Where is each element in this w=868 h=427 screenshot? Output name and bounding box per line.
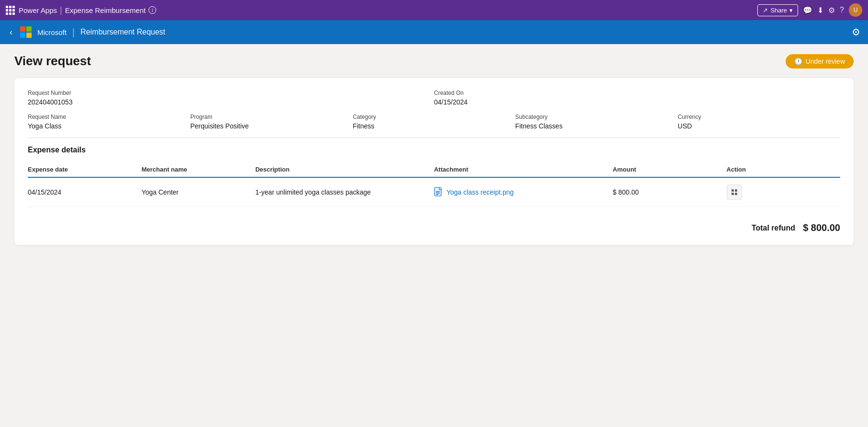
page-title: View request [14,54,91,69]
svg-rect-1 [436,191,440,192]
user-avatar[interactable]: U [849,3,862,17]
microsoft-brand: Microsoft [37,28,67,36]
top-navbar: Power Apps | Expense Reimbursement i ↗ S… [0,0,868,20]
col-header-amount: Amount [613,162,726,177]
app-name-label: Reimbursement Request [80,28,165,36]
cell-action [727,177,840,207]
page-header: View request 🕐 Under review [14,54,854,69]
second-navbar: ‹ Microsoft | Reimbursement Request ⚙ [0,20,868,44]
svg-rect-6 [731,193,734,195]
col-header-action: Action [727,162,840,177]
expense-details-title: Expense details [28,146,840,154]
cell-amount: $ 800.00 [613,177,726,207]
page-name-label: Expense Reimbursement [65,6,146,14]
table-header-row: Expense date Merchant name Description A… [28,162,840,177]
cell-attachment: Yoga class receipt.png [434,177,613,207]
section-divider [28,138,840,138]
back-button[interactable]: ‹ [8,25,14,39]
program-cell: Program Perquisites Positive [190,114,353,130]
status-badge: 🕐 Under review [786,54,854,69]
category-label: Category [353,114,505,120]
request-card: Request Number 202404001053 Created On 0… [14,78,854,245]
powerapps-label: Power Apps [19,6,57,14]
waffle-menu-icon[interactable] [6,6,15,15]
help-icon[interactable]: ? [840,6,844,14]
request-number-cell: Request Number 202404001053 [28,90,434,106]
subcategory-cell: Subcategory Fitness Classes [515,114,678,130]
share-chevron-icon: ▾ [789,7,793,14]
request-name-cell: Request Name Yoga Class [28,114,190,130]
request-number-value: 202404001053 [28,98,424,106]
nav-settings-icon[interactable]: ⚙ [852,26,860,38]
svg-rect-7 [735,193,737,195]
status-label: Under review [806,58,845,65]
program-value: Perquisites Positive [190,122,343,130]
currency-label: Currency [678,114,831,120]
total-label: Total refund [752,224,795,232]
cell-date: 04/15/2024 [28,177,141,207]
request-name-value: Yoga Class [28,122,181,130]
svg-rect-4 [731,189,734,192]
svg-rect-2 [436,193,440,194]
total-row: Total refund $ 800.00 [28,219,840,233]
title-separator: | [60,5,62,15]
action-button[interactable] [727,185,742,200]
app-title-bar: Power Apps | Expense Reimbursement i [19,5,156,15]
svg-rect-5 [735,189,737,192]
share-icon: ↗ [763,7,768,14]
cell-description: 1-year unlimited yoga classes package [255,177,434,207]
action-icon [731,189,738,196]
subcategory-value: Fitness Classes [515,122,668,130]
col-header-description: Description [255,162,434,177]
info-icon[interactable]: i [148,6,156,14]
download-icon[interactable]: ⬇ [817,6,823,15]
category-cell: Category Fitness [353,114,515,130]
share-button[interactable]: ↗ Share ▾ [757,4,798,16]
expense-table: Expense date Merchant name Description A… [28,162,840,207]
currency-cell: Currency USD [678,114,840,130]
request-name-label: Request Name [28,114,181,120]
col-header-attachment: Attachment [434,162,613,177]
cell-merchant: Yoga Center [141,177,255,207]
subcategory-label: Subcategory [515,114,668,120]
attachment-link[interactable]: Yoga class receipt.png [434,187,607,197]
attachment-name: Yoga class receipt.png [446,188,514,196]
chat-icon[interactable]: 💬 [803,6,812,15]
currency-value: USD [678,122,831,130]
nav-separator: | [72,27,75,38]
main-content: View request 🕐 Under review Request Numb… [0,44,868,427]
program-label: Program [190,114,343,120]
created-on-label: Created On [434,90,831,96]
microsoft-logo [20,26,32,38]
clock-icon: 🕐 [794,58,802,65]
request-details-row: Request Name Yoga Class Program Perquisi… [28,114,840,130]
request-number-label: Request Number [28,90,424,96]
category-value: Fitness [353,122,505,130]
created-on-cell: Created On 04/15/2024 [434,90,840,106]
table-row: 04/15/2024 Yoga Center 1-year unlimited … [28,177,840,207]
settings-icon[interactable]: ⚙ [828,6,835,15]
col-header-merchant: Merchant name [141,162,255,177]
file-icon [434,187,444,197]
svg-rect-3 [436,194,438,195]
total-amount: $ 800.00 [803,222,840,233]
created-on-value: 04/15/2024 [434,98,831,106]
col-header-date: Expense date [28,162,141,177]
